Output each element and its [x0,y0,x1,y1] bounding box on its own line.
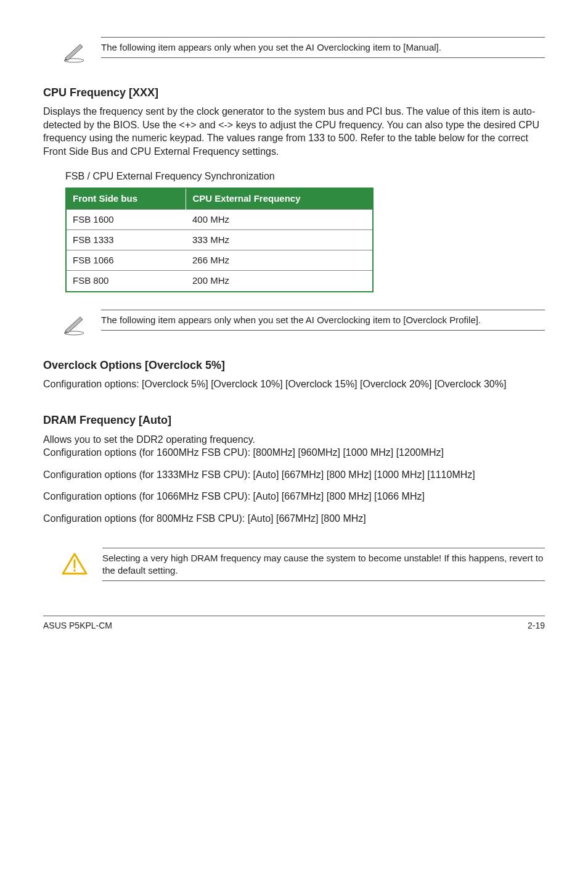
warning-icon [62,553,88,576]
svg-marker-1 [65,44,83,60]
page-footer: ASUS P5KPL-CM 2-19 [43,616,545,632]
cell-fsb: FSB 800 [66,271,186,292]
svg-marker-4 [65,317,83,333]
table-row: FSB 1333 333 MHz [66,229,373,250]
dram-line: Allows you to set the DDR2 operating fre… [43,433,545,447]
cell-freq: 200 MHz [186,271,373,292]
cell-fsb: FSB 1600 [66,209,186,229]
pencil-icon [62,313,86,336]
note-overclock-profile: The following item appears only when you… [43,310,545,336]
table-header-freq: CPU External Frequency [186,188,373,209]
pencil-icon [62,41,86,63]
cell-fsb: FSB 1333 [66,229,186,250]
body-cpu-frequency: Displays the frequency sent by the clock… [43,105,545,158]
heading-dram-frequency: DRAM Frequency [Auto] [43,413,545,427]
dram-line: Configuration options (for 1600MHz FSB C… [43,446,545,460]
warning-text: Selecting a very high DRAM frequency may… [102,548,545,582]
warning-box: Selecting a very high DRAM frequency may… [43,548,545,582]
cell-freq: 266 MHz [186,250,373,271]
cell-freq: 333 MHz [186,229,373,250]
fsb-table: Front Side bus CPU External Frequency FS… [65,188,374,292]
dram-line: Configuration options (for 1333MHz FSB C… [43,468,545,482]
heading-overclock-options: Overclock Options [Overclock 5%] [43,358,545,373]
table-caption: FSB / CPU External Frequency Synchroniza… [65,170,545,183]
table-row: FSB 1600 400 MHz [66,209,373,229]
svg-point-8 [73,569,76,572]
body-overclock-options: Configuration options: [Overclock 5%] [O… [43,377,545,391]
note-manual: The following item appears only when you… [43,37,545,63]
cell-fsb: FSB 1066 [66,250,186,271]
dram-line: Configuration options (for 1066MHz FSB C… [43,490,545,503]
note-text: The following item appears only when you… [101,37,545,58]
cell-freq: 400 MHz [186,209,373,229]
footer-product: ASUS P5KPL-CM [43,620,112,632]
table-row: FSB 800 200 MHz [66,271,373,292]
note-text: The following item appears only when you… [101,310,545,331]
table-row: FSB 1066 266 MHz [66,250,373,271]
heading-cpu-frequency: CPU Frequency [XXX] [43,85,545,100]
dram-line: Configuration options (for 800MHz FSB CP… [43,512,545,526]
table-header-fsb: Front Side bus [66,188,186,209]
footer-page-number: 2-19 [528,620,545,632]
